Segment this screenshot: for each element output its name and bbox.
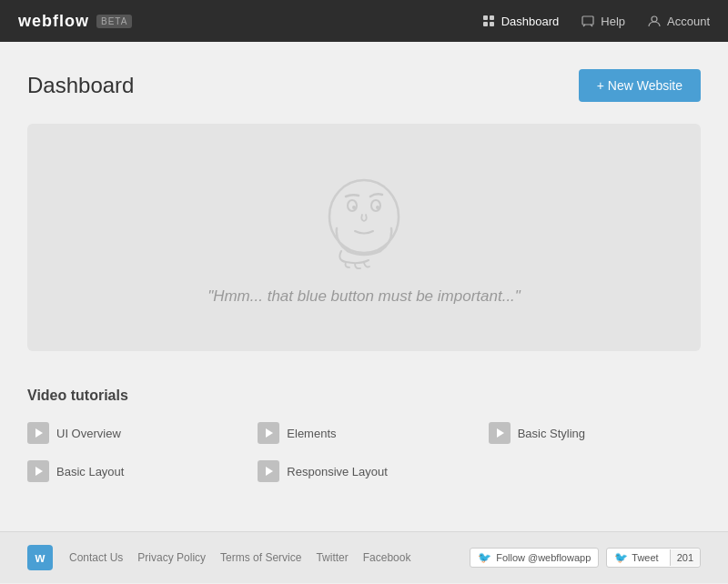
tutorial-label-basic-styling: Basic Styling <box>518 427 585 440</box>
svg-point-9 <box>348 200 357 211</box>
tutorial-item-basic-styling[interactable]: Basic Styling <box>489 418 701 448</box>
tutorial-label-responsive-layout: Responsive Layout <box>287 465 388 478</box>
tweet-button-wrap: 🐦 Tweet 201 <box>606 548 701 568</box>
footer-contact-link[interactable]: Contact Us <box>69 551 123 564</box>
footer-facebook-link[interactable]: Facebook <box>363 551 411 564</box>
empty-state: "Hmm... that blue button must be importa… <box>27 124 701 351</box>
svg-point-10 <box>371 200 380 211</box>
svg-rect-4 <box>582 16 593 25</box>
navbar: webflow BETA Dashboard <box>0 0 728 42</box>
tutorial-label-elements: Elements <box>287 427 336 440</box>
tutorials-section: Video tutorials UI Overview Elements Bas… <box>27 378 701 504</box>
brand: webflow BETA <box>18 12 132 31</box>
thinking-face-illustration <box>309 169 419 269</box>
svg-point-12 <box>376 206 379 209</box>
tutorial-label-basic-layout: Basic Layout <box>56 465 124 478</box>
footer-twitter-link[interactable]: Twitter <box>316 551 348 564</box>
play-icon-basic-styling <box>489 422 511 444</box>
main-content: Dashboard + New Website <box>0 42 728 522</box>
nav-account-label: Account <box>667 15 710 28</box>
help-icon <box>581 14 595 28</box>
page-header: Dashboard + New Website <box>27 69 701 102</box>
tweet-label: Tweet <box>632 552 658 563</box>
nav-account[interactable]: Account <box>647 14 710 28</box>
svg-point-11 <box>352 206 356 209</box>
empty-state-message: "Hmm... that blue button must be importa… <box>207 287 521 306</box>
tutorial-item-elements[interactable]: Elements <box>258 418 470 448</box>
dashboard-icon <box>481 14 496 28</box>
footer: w Contact Us Privacy Policy Terms of Ser… <box>0 531 728 583</box>
new-website-button[interactable]: + New Website <box>579 69 701 102</box>
svg-rect-2 <box>483 22 488 26</box>
footer-logo: w <box>27 545 53 570</box>
twitter-bird-icon: 🐦 <box>478 551 491 564</box>
svg-rect-3 <box>490 22 494 26</box>
footer-terms-link[interactable]: Terms of Service <box>220 551 301 564</box>
follow-twitter-button[interactable]: 🐦 Follow @webflowapp <box>470 548 599 568</box>
follow-twitter-label: Follow @webflowapp <box>496 552 591 563</box>
tweet-button[interactable]: 🐦 Tweet <box>607 549 665 567</box>
svg-rect-0 <box>483 15 488 20</box>
play-icon-ui-overview <box>27 422 49 444</box>
footer-left: w Contact Us Privacy Policy Terms of Ser… <box>27 545 410 570</box>
tutorial-label-ui-overview: UI Overview <box>56 427 121 440</box>
tutorials-grid: UI Overview Elements Basic Styling Basic… <box>27 418 701 486</box>
tutorial-item-responsive-layout[interactable]: Responsive Layout <box>258 457 470 486</box>
nav-dashboard[interactable]: Dashboard <box>481 14 560 28</box>
account-icon <box>647 14 662 28</box>
nav-help-label: Help <box>601 15 625 28</box>
footer-privacy-link[interactable]: Privacy Policy <box>137 551 206 564</box>
tutorial-item-basic-layout[interactable]: Basic Layout <box>27 457 239 486</box>
tweet-twitter-icon: 🐦 <box>614 551 628 564</box>
svg-point-7 <box>652 16 657 22</box>
nav-dashboard-label: Dashboard <box>501 15 560 28</box>
nav-help[interactable]: Help <box>581 14 625 28</box>
play-icon-elements <box>258 422 279 444</box>
navbar-links: Dashboard Help Account <box>481 14 710 28</box>
tutorials-title: Video tutorials <box>27 388 701 404</box>
tweet-count: 201 <box>670 549 700 566</box>
footer-right: 🐦 Follow @webflowapp 🐦 Tweet 201 <box>470 548 701 568</box>
svg-rect-1 <box>490 15 494 20</box>
brand-name: webflow <box>18 12 89 31</box>
beta-badge: BETA <box>96 15 132 28</box>
tutorial-item-ui-overview[interactable]: UI Overview <box>27 418 239 448</box>
page-title: Dashboard <box>27 73 134 98</box>
play-icon-basic-layout <box>27 460 49 482</box>
play-icon-responsive-layout <box>258 460 279 482</box>
footer-links: Contact Us Privacy Policy Terms of Servi… <box>69 551 410 564</box>
